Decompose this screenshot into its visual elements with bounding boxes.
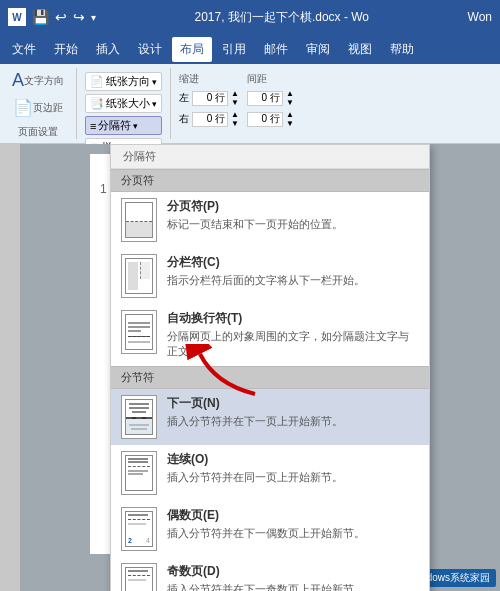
size-arrow: ▾ [152,99,157,109]
spacing-before-down[interactable]: ▼ [286,98,294,107]
document-area: 西严来到适已经在这条 长椅旁有一绿的袋子和 爸妈是前已经有五天了 西，我们，就头… [0,144,500,591]
spacing-before-input[interactable] [247,91,283,106]
dropdown-item-next-page[interactable]: 下一页(N) 插入分节符并在下一页上开始新节。 [111,389,429,445]
menu-review[interactable]: 审阅 [298,37,338,62]
indent-left-input[interactable] [192,91,228,106]
dropdown-item-wrap-break[interactable]: 自动换行符(T) 分隔网页上的对象周围的文字，如分隔题注文字与正文。 [111,304,429,366]
indent-right-down[interactable]: ▼ [231,119,239,128]
indent-section: 缩进 左 ▲ ▼ 右 ▲ ▼ [179,72,239,139]
ribbon-group-indent: 缩进 左 ▲ ▼ 右 ▲ ▼ [179,68,302,139]
menu-insert[interactable]: 插入 [88,37,128,62]
menu-references[interactable]: 引用 [214,37,254,62]
title-bar: W 💾 ↩ ↪ ▾ 2017, 我们一起下个棋.docx - Wo Won [0,0,500,34]
dropdown-item-page-break[interactable]: 分页符(P) 标记一页结束和下一页开始的位置。 [111,192,429,248]
save-icon[interactable]: 💾 [32,9,49,25]
indent-right-input[interactable] [192,112,228,127]
page-break-icon [121,198,157,242]
wrap-break-text: 自动换行符(T) 分隔网页上的对象周围的文字，如分隔题注文字与正文。 [167,310,419,360]
indent-left-up[interactable]: ▲ [231,89,239,98]
window-title: 2017, 我们一起下个棋.docx - Wo [96,9,468,26]
ribbon: A 文字方向 📄 页边距 页面设置 📄 纸张方向 ▾ 📑 纸张大小 ▾ ≡ [0,64,500,144]
orientation-arrow: ▾ [152,77,157,87]
continuous-text: 连续(O) 插入分节符并在同一页上开始新节。 [167,451,419,485]
next-page-icon [121,395,157,439]
window-controls[interactable]: Won [468,10,492,24]
section-header-page: 分页符 [111,169,429,192]
menu-bar: 文件 开始 插入 设计 布局 引用 邮件 审阅 视图 帮助 [0,34,500,64]
dropdown-title: 分隔符 [111,145,429,169]
title-text: 2017, 我们一起下个棋.docx - Wo [195,10,370,24]
menu-help[interactable]: 帮助 [382,37,422,62]
even-page-text: 偶数页(E) 插入分节符并在下一偶数页上开始新节。 [167,507,419,541]
menu-layout[interactable]: 布局 [172,37,212,62]
break-button[interactable]: ≡ 分隔符 ▾ [85,116,162,135]
dropdown-item-even-page[interactable]: 2 4 偶数页(E) 插入分节符并在下一偶数页上开始新节。 [111,501,429,557]
page-margin-button[interactable]: 📄 页边距 [9,96,67,119]
paper-size-button[interactable]: 📑 纸张大小 ▾ [85,94,162,113]
spacing-before-up[interactable]: ▲ [286,89,294,98]
ribbon-group-textdir: A 文字方向 📄 页边距 页面设置 [8,68,77,139]
odd-page-icon: 1 3 [121,563,157,591]
break-dropdown-menu: 分隔符 分页符 分页符(P) 标记一页结束和下一页开始的位置。 [110,144,430,591]
continuous-icon [121,451,157,495]
undo-icon[interactable]: ↩ [55,9,67,25]
text-direction-button[interactable]: A 文字方向 [8,68,68,93]
section-header-section: 分节符 [111,366,429,389]
indent-right-up[interactable]: ▲ [231,110,239,119]
break-arrow: ▾ [133,121,138,131]
group-label-page: 页面设置 [18,121,58,139]
ribbon-group-separator: 📄 纸张方向 ▾ 📑 纸张大小 ▾ ≡ 分隔符 ▾ ⊟ 栏 ▾ [85,68,171,139]
odd-page-text: 奇数页(D) 插入分节符并在下一奇数页上开始新节。 [167,563,419,591]
dropdown-item-odd-page[interactable]: 1 3 奇数页(D) 插入分节符并在下一奇数页上开始新节。 [111,557,429,591]
dropdown-item-continuous[interactable]: 连续(O) 插入分节符并在同一页上开始新节。 [111,445,429,501]
col-break-text: 分栏符(C) 指示分栏符后面的文字将从下一栏开始。 [167,254,419,288]
redo-icon[interactable]: ↪ [73,9,85,25]
next-page-text: 下一页(N) 插入分节符并在下一页上开始新节。 [167,395,419,429]
cursor-indicator: 1 [100,182,107,196]
document-page[interactable]: 西严来到适已经在这条 长椅旁有一绿的袋子和 爸妈是前已经有五天了 西，我们，就头… [20,144,500,591]
menu-home[interactable]: 开始 [46,37,86,62]
indent-left-down[interactable]: ▼ [231,98,239,107]
spacing-after-up[interactable]: ▲ [286,110,294,119]
col-break-icon [121,254,157,298]
spacing-section: 间距 ▲ ▼ ▲ ▼ [247,72,294,139]
even-page-icon: 2 4 [121,507,157,551]
vertical-ruler [0,144,20,591]
app-icon: W [8,8,26,26]
menu-file[interactable]: 文件 [4,37,44,62]
menu-mail[interactable]: 邮件 [256,37,296,62]
menu-design[interactable]: 设计 [130,37,170,62]
title-bar-left: W 💾 ↩ ↪ ▾ [8,8,96,26]
window-control-text: Won [468,10,492,24]
menu-view[interactable]: 视图 [340,37,380,62]
page-break-text: 分页符(P) 标记一页结束和下一页开始的位置。 [167,198,419,232]
wrap-break-icon [121,310,157,354]
paper-orientation-button[interactable]: 📄 纸张方向 ▾ [85,72,162,91]
spacing-after-input[interactable] [247,112,283,127]
dropdown-item-col-break[interactable]: 分栏符(C) 指示分栏符后面的文字将从下一栏开始。 [111,248,429,304]
spacing-after-down[interactable]: ▼ [286,119,294,128]
